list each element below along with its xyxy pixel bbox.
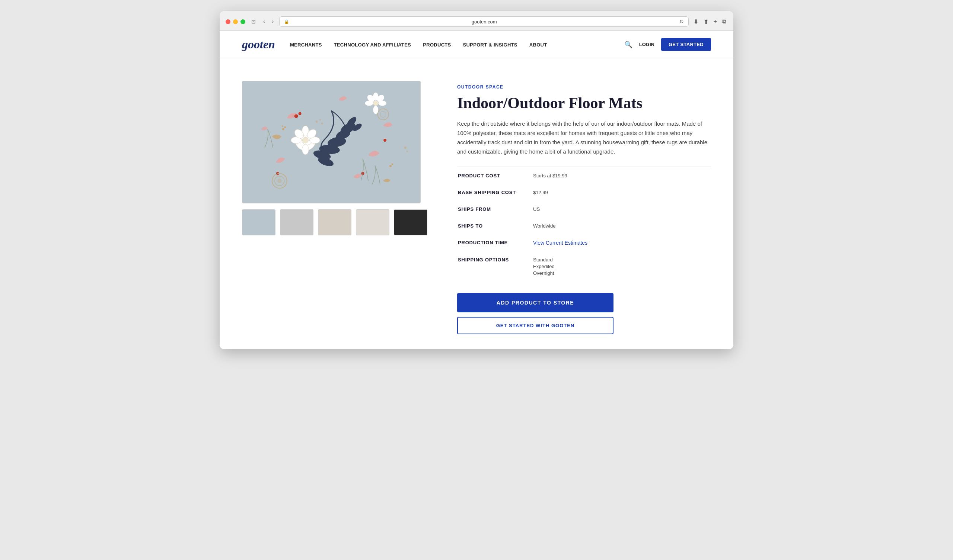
shipping-expedited: Expedited (533, 264, 710, 269)
svg-point-44 (407, 151, 408, 152)
browser-window: ⊡ ‹ › 🔒 gooten.com ↻ ⬇ ⬆ + ⧉ gooten MERC… (220, 11, 733, 349)
svg-point-24 (284, 127, 286, 128)
thumbnail-3[interactable] (318, 209, 351, 235)
detail-label-shipping-options: SHIPPING OPTIONS (458, 252, 532, 281)
download-button[interactable]: ⬇ (692, 17, 700, 26)
site-navigation: gooten MERCHANTS TECHNOLOGY AND AFFILIAT… (220, 31, 733, 58)
url-text: gooten.com (292, 19, 677, 25)
product-category: OUTDOOR SPACE (457, 84, 711, 90)
svg-point-26 (390, 165, 392, 167)
svg-point-12 (302, 144, 309, 155)
traffic-lights (226, 19, 245, 24)
svg-point-43 (404, 147, 407, 149)
svg-point-40 (315, 121, 318, 123)
forward-button[interactable]: › (270, 17, 275, 26)
nav-links: MERCHANTS TECHNOLOGY AND AFFILIATES PROD… (290, 41, 624, 48)
thumbnail-4[interactable] (356, 209, 390, 235)
product-image-svg (242, 81, 420, 203)
get-started-nav-button[interactable]: GET STARTED (661, 38, 711, 51)
svg-point-17 (302, 137, 308, 143)
detail-label-ships-from: SHIPS FROM (458, 201, 532, 217)
svg-point-39 (373, 101, 378, 106)
search-button[interactable]: 🔍 (624, 40, 632, 49)
get-started-product-button[interactable]: GET STARTED WITH GOOTEN (457, 317, 613, 334)
main-content: OUTDOOR SPACE Indoor/Outdoor Floor Mats … (220, 58, 733, 349)
detail-row-cost: PRODUCT COST Starts at $19.99 (458, 168, 710, 184)
address-bar[interactable]: 🔒 gooten.com ↻ (279, 16, 689, 27)
browser-actions: ⬇ ⬆ + ⧉ (692, 17, 727, 26)
detail-value-shipping-options: Standard Expedited Overnight (533, 252, 710, 281)
nav-item-about[interactable]: ABOUT (529, 42, 547, 48)
main-product-image (242, 81, 421, 203)
product-description: Keep the dirt outside where it belongs w… (457, 119, 711, 156)
tabs-button[interactable]: ⧉ (721, 17, 727, 26)
detail-row-shipping-options: SHIPPING OPTIONS Standard Expedited Over… (458, 252, 710, 281)
svg-point-20 (383, 139, 386, 142)
detail-value-shipping-cost: $12.99 (533, 184, 710, 200)
shipping-options-list: Standard Expedited Overnight (533, 257, 710, 276)
detail-value-cost: Starts at $19.99 (533, 168, 710, 184)
detail-row-ships-to: SHIPS TO Worldwide (458, 218, 710, 234)
detail-row-production-time: PRODUCTION TIME View Current Estimates (458, 235, 710, 251)
product-details-table: PRODUCT COST Starts at $19.99 BASE SHIPP… (457, 167, 711, 282)
product-title: Indoor/Outdoor Floor Mats (457, 94, 711, 112)
detail-label-cost: PRODUCT COST (458, 168, 532, 184)
detail-row-ships-from: SHIPS FROM US (458, 201, 710, 217)
login-button[interactable]: LOGIN (639, 42, 655, 47)
lock-icon: 🔒 (284, 19, 289, 24)
thumbnail-5[interactable] (394, 209, 427, 235)
minimize-button[interactable] (233, 19, 238, 24)
refresh-button[interactable]: ↻ (679, 19, 684, 25)
nav-item-technology[interactable]: TECHNOLOGY AND AFFILIATES (334, 42, 411, 48)
thumbnail-2[interactable] (280, 209, 314, 235)
thumbnail-1[interactable] (242, 209, 275, 235)
logo[interactable]: gooten (242, 37, 275, 51)
svg-point-23 (282, 128, 284, 130)
new-tab-button[interactable]: + (712, 17, 718, 26)
detail-label-shipping-cost: BASE SHIPPING COST (458, 184, 532, 200)
add-to-store-button[interactable]: ADD PRODUCT TO STORE (457, 293, 613, 312)
nav-item-merchants[interactable]: MERCHANTS (290, 42, 322, 48)
view-estimates-link[interactable]: View Current Estimates (533, 240, 587, 246)
detail-row-shipping-cost: BASE SHIPPING COST $12.99 (458, 184, 710, 200)
share-button[interactable]: ⬆ (703, 17, 709, 26)
close-button[interactable] (226, 19, 230, 24)
svg-point-27 (392, 163, 393, 165)
detail-label-production-time: PRODUCTION TIME (458, 235, 532, 251)
product-info-section: OUTDOOR SPACE Indoor/Outdoor Floor Mats … (457, 81, 711, 334)
nav-right: 🔍 LOGIN GET STARTED (624, 38, 711, 51)
maximize-button[interactable] (241, 19, 245, 24)
nav-item-support[interactable]: SUPPORT & INSIGHTS (463, 42, 517, 48)
shipping-standard: Standard (533, 257, 710, 263)
svg-point-41 (320, 119, 321, 121)
back-button[interactable]: ‹ (262, 17, 267, 26)
shipping-overnight: Overnight (533, 270, 710, 276)
detail-value-ships-to: Worldwide (533, 218, 710, 234)
browser-chrome: ⊡ ‹ › 🔒 gooten.com ↻ ⬇ ⬆ + ⧉ (220, 11, 733, 31)
sidebar-toggle-button[interactable]: ⊡ (249, 18, 258, 25)
product-image-section (242, 81, 427, 334)
svg-point-30 (277, 178, 282, 183)
svg-point-18 (295, 114, 298, 118)
svg-point-42 (321, 123, 323, 125)
detail-value-production-time: View Current Estimates (533, 235, 710, 251)
svg-point-34 (373, 106, 378, 114)
detail-label-ships-to: SHIPS TO (458, 218, 532, 234)
svg-point-19 (298, 112, 301, 115)
svg-point-25 (282, 125, 283, 127)
thumbnail-row (242, 209, 427, 235)
detail-value-ships-from: US (533, 201, 710, 217)
nav-item-products[interactable]: PRODUCTS (423, 42, 451, 48)
